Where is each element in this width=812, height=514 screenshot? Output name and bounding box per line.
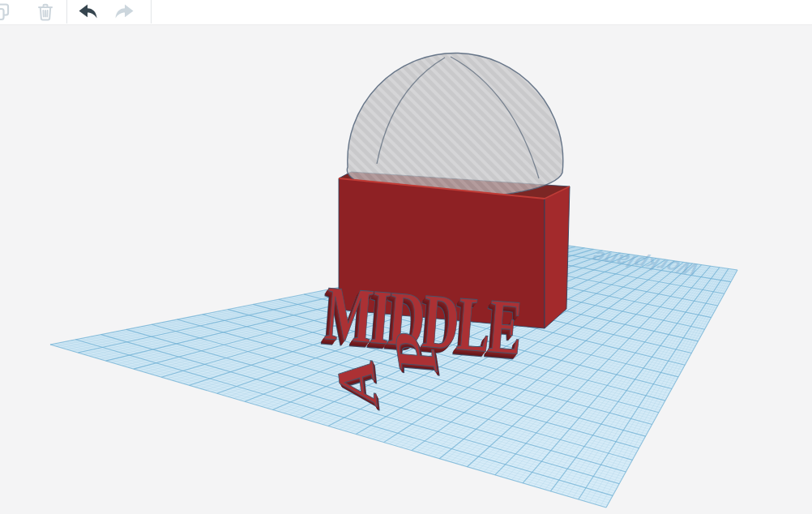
scene-svg: Workplane [0,24,812,514]
trash-icon [35,2,56,23]
fallen-letter-a[interactable]: A [327,354,387,409]
hole-hemisphere[interactable] [347,54,562,198]
toolbar-divider [151,0,152,24]
undo-button[interactable] [75,1,100,24]
toolbar [0,0,812,25]
redo-icon [113,2,136,22]
redo-button[interactable] [113,1,137,24]
hemisphere-surface [347,54,562,198]
copy-button[interactable] [0,1,13,24]
fallen-letter-p[interactable]: P [383,330,447,374]
copy-icon [0,2,11,23]
toolbar-divider [66,0,67,24]
undo-icon [76,2,99,22]
delete-button[interactable] [33,1,58,24]
viewport-canvas[interactable]: Workplane MIDDLE A P [0,24,812,514]
red-box-right-face [545,186,570,328]
